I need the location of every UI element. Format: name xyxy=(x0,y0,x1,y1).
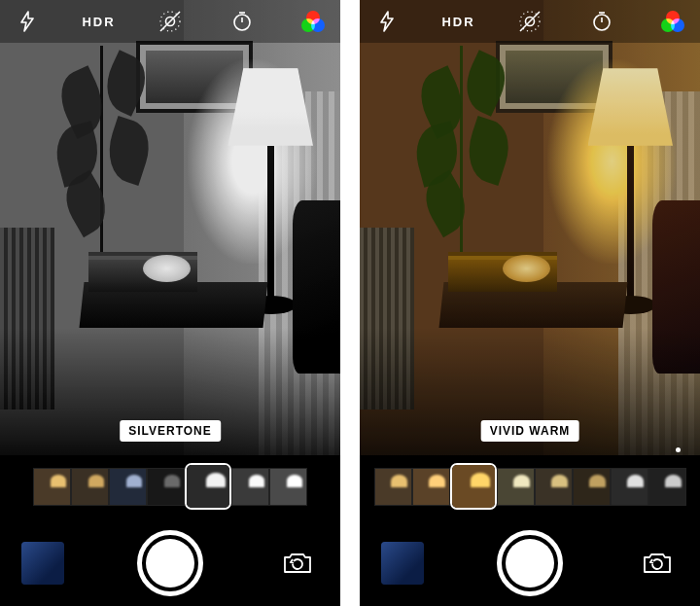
filter-thumb[interactable] xyxy=(147,468,185,506)
filter-thumb[interactable] xyxy=(611,468,648,506)
svg-line-8 xyxy=(520,12,540,31)
filter-pagination-dot xyxy=(676,447,681,452)
hdr-button[interactable]: HDR xyxy=(86,8,113,35)
viewfinder[interactable]: SILVERTONE xyxy=(0,0,340,455)
top-toolbar: HDR xyxy=(360,0,700,43)
filter-thumb[interactable] xyxy=(109,468,147,506)
shutter-button[interactable] xyxy=(137,530,203,596)
filter-thumb[interactable] xyxy=(535,468,573,506)
filter-thumb[interactable] xyxy=(231,468,269,506)
filter-thumb[interactable] xyxy=(573,468,611,506)
scene-preview xyxy=(360,0,700,455)
camera-app-vivid-warm: VIVID WARM HDR xyxy=(360,0,700,606)
filter-thumb[interactable] xyxy=(374,468,412,506)
switch-camera-button[interactable] xyxy=(276,542,319,585)
filter-thumb-selected[interactable] xyxy=(450,463,497,510)
filter-thumb[interactable] xyxy=(412,468,450,506)
shutter-button[interactable] xyxy=(497,530,563,596)
bottom-toolbar xyxy=(360,520,700,606)
hdr-button[interactable]: HDR xyxy=(445,8,472,35)
timer-icon[interactable] xyxy=(588,8,615,35)
scene-preview xyxy=(0,0,340,455)
camera-app-silvertone: SILVERTONE HDR xyxy=(0,0,340,606)
filter-thumb[interactable] xyxy=(648,468,686,506)
filter-thumb[interactable] xyxy=(269,468,307,506)
active-filter-label: SILVERTONE xyxy=(120,420,221,442)
filter-thumbnail-strip[interactable] xyxy=(0,457,340,516)
flash-icon[interactable] xyxy=(373,8,401,35)
top-toolbar: HDR xyxy=(0,0,340,43)
filters-icon[interactable] xyxy=(659,8,686,35)
live-photo-icon[interactable] xyxy=(157,8,184,35)
live-photo-icon[interactable] xyxy=(516,8,543,35)
recent-photo-thumb[interactable] xyxy=(381,542,424,585)
svg-line-2 xyxy=(160,12,180,31)
filter-thumb[interactable] xyxy=(497,468,535,506)
bottom-toolbar xyxy=(0,520,340,606)
switch-camera-button[interactable] xyxy=(636,542,679,585)
filter-thumb[interactable] xyxy=(71,468,109,506)
filter-thumb[interactable] xyxy=(33,468,71,506)
filters-icon[interactable] xyxy=(299,8,327,35)
timer-icon[interactable] xyxy=(228,8,256,35)
recent-photo-thumb[interactable] xyxy=(21,542,64,585)
viewfinder[interactable]: VIVID WARM xyxy=(360,0,700,455)
filter-thumb-selected[interactable] xyxy=(185,463,231,510)
active-filter-label: VIVID WARM xyxy=(481,420,579,442)
flash-icon[interactable] xyxy=(14,8,41,35)
filter-thumbnail-strip[interactable] xyxy=(360,457,700,516)
